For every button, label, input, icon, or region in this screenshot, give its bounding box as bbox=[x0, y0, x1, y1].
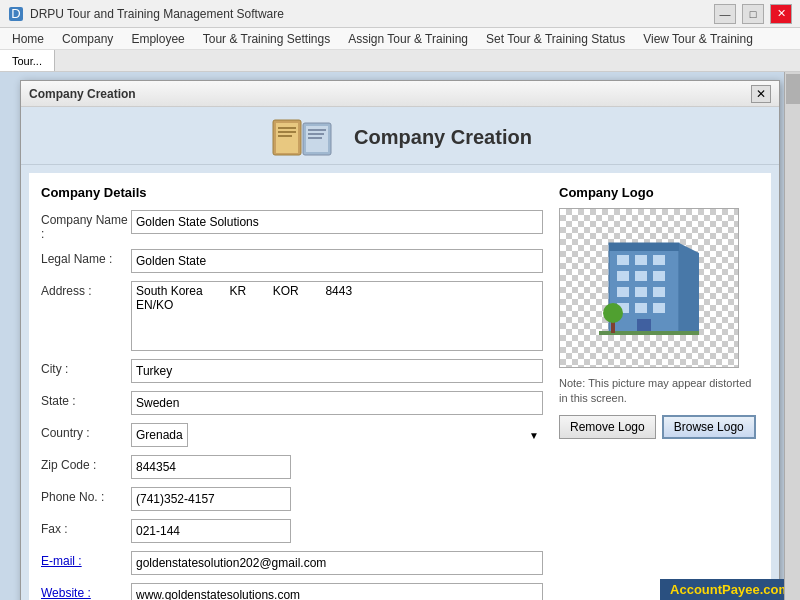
main-scrollbar[interactable] bbox=[784, 72, 800, 600]
svg-rect-19 bbox=[653, 271, 665, 281]
address-label: Address : bbox=[41, 281, 131, 298]
dialog-titlebar: Company Creation ✕ bbox=[21, 81, 779, 107]
company-name-label: Company Name : bbox=[41, 210, 131, 241]
phone-row: Phone No. : bbox=[41, 487, 543, 511]
company-creation-dialog: Company Creation ✕ bbox=[20, 80, 780, 600]
address-input[interactable]: South Korea KR KOR 8443 EN/KO bbox=[131, 281, 543, 351]
form-left: Company Details Company Name : Legal Nam… bbox=[41, 185, 543, 600]
fax-row: Fax : bbox=[41, 519, 543, 543]
country-wrapper: Grenada ▼ bbox=[131, 423, 543, 447]
phone-input[interactable] bbox=[131, 487, 291, 511]
city-input[interactable] bbox=[131, 359, 543, 383]
logo-title: Company Logo bbox=[559, 185, 759, 200]
svg-rect-18 bbox=[635, 271, 647, 281]
address-row: Address : South Korea KR KOR 8443 EN/KO bbox=[41, 281, 543, 351]
website-label[interactable]: Website : bbox=[41, 583, 131, 600]
menu-employee[interactable]: Employee bbox=[123, 30, 192, 48]
menu-view-tour[interactable]: View Tour & Training bbox=[635, 30, 761, 48]
website-row: Website : bbox=[41, 583, 543, 600]
app-icon: D bbox=[8, 6, 24, 22]
menu-home[interactable]: Home bbox=[4, 30, 52, 48]
legal-name-row: Legal Name : bbox=[41, 249, 543, 273]
logo-buttons: Remove Logo Browse Logo bbox=[559, 415, 759, 439]
svg-rect-15 bbox=[635, 255, 647, 265]
svg-rect-14 bbox=[617, 255, 629, 265]
svg-text:D: D bbox=[11, 6, 20, 21]
city-label: City : bbox=[41, 359, 131, 376]
zipcode-input[interactable] bbox=[131, 455, 291, 479]
svg-rect-13 bbox=[609, 243, 679, 251]
state-row: State : bbox=[41, 391, 543, 415]
svg-marker-27 bbox=[679, 243, 699, 333]
banner-title: Company Creation bbox=[354, 126, 532, 149]
dialog-title: Company Creation bbox=[29, 87, 751, 101]
minimize-button[interactable]: — bbox=[714, 4, 736, 24]
svg-rect-22 bbox=[653, 287, 665, 297]
svg-rect-21 bbox=[635, 287, 647, 297]
state-label: State : bbox=[41, 391, 131, 408]
city-row: City : bbox=[41, 359, 543, 383]
svg-rect-20 bbox=[617, 287, 629, 297]
email-input[interactable] bbox=[131, 551, 543, 575]
email-label[interactable]: E-mail : bbox=[41, 551, 131, 568]
company-name-row: Company Name : bbox=[41, 210, 543, 241]
logo-box bbox=[559, 208, 739, 368]
dialog-close-button[interactable]: ✕ bbox=[751, 85, 771, 103]
main-area: Company Creation ✕ bbox=[0, 72, 800, 600]
svg-rect-5 bbox=[278, 131, 296, 133]
email-row: E-mail : bbox=[41, 551, 543, 575]
svg-rect-9 bbox=[308, 129, 326, 131]
legal-name-label: Legal Name : bbox=[41, 249, 131, 266]
zipcode-row: Zip Code : bbox=[41, 455, 543, 479]
browse-logo-button[interactable]: Browse Logo bbox=[662, 415, 756, 439]
watermark-text1: Account bbox=[670, 582, 722, 597]
svg-rect-11 bbox=[308, 137, 322, 139]
logo-note: Note: This picture may appear distorted … bbox=[559, 376, 759, 407]
svg-point-30 bbox=[603, 303, 623, 323]
scrollbar-thumb[interactable] bbox=[786, 74, 800, 104]
banner: Company Creation bbox=[21, 107, 779, 165]
menu-bar: Home Company Employee Tour & Training Se… bbox=[0, 28, 800, 50]
phone-label: Phone No. : bbox=[41, 487, 131, 504]
svg-rect-10 bbox=[308, 133, 324, 135]
menu-company[interactable]: Company bbox=[54, 30, 121, 48]
form-content: Company Details Company Name : Legal Nam… bbox=[29, 173, 771, 600]
svg-rect-24 bbox=[635, 303, 647, 313]
country-row: Country : Grenada ▼ bbox=[41, 423, 543, 447]
company-logo-image bbox=[589, 223, 709, 353]
svg-rect-4 bbox=[278, 127, 296, 129]
select-arrow-icon: ▼ bbox=[529, 430, 539, 441]
country-label: Country : bbox=[41, 423, 131, 440]
remove-logo-button[interactable]: Remove Logo bbox=[559, 415, 656, 439]
menu-set-status[interactable]: Set Tour & Training Status bbox=[478, 30, 633, 48]
svg-rect-17 bbox=[617, 271, 629, 281]
menu-assign-tour[interactable]: Assign Tour & Training bbox=[340, 30, 476, 48]
website-input[interactable] bbox=[131, 583, 543, 600]
close-button[interactable]: ✕ bbox=[770, 4, 792, 24]
state-input[interactable] bbox=[131, 391, 543, 415]
banner-decoration bbox=[268, 115, 338, 160]
svg-rect-25 bbox=[653, 303, 665, 313]
svg-rect-26 bbox=[637, 319, 651, 333]
zipcode-label: Zip Code : bbox=[41, 455, 131, 472]
country-select[interactable]: Grenada bbox=[131, 423, 188, 447]
form-right: Company Logo bbox=[559, 185, 759, 600]
tab-bar: Tour... bbox=[0, 50, 800, 72]
watermark: AccountPayee.com bbox=[660, 579, 800, 600]
section-title: Company Details bbox=[41, 185, 543, 200]
menu-tour-training-settings[interactable]: Tour & Training Settings bbox=[195, 30, 338, 48]
tab-tour[interactable]: Tour... bbox=[0, 50, 55, 71]
legal-name-input[interactable] bbox=[131, 249, 543, 273]
dialog-body: Company Creation Company Details Company… bbox=[21, 107, 779, 600]
company-name-input[interactable] bbox=[131, 210, 543, 234]
watermark-text2: Payee bbox=[722, 582, 760, 597]
fax-label: Fax : bbox=[41, 519, 131, 536]
maximize-button[interactable]: □ bbox=[742, 4, 764, 24]
window-title: DRPU Tour and Training Management Softwa… bbox=[30, 7, 708, 21]
title-bar: D DRPU Tour and Training Management Soft… bbox=[0, 0, 800, 28]
fax-input[interactable] bbox=[131, 519, 291, 543]
svg-rect-16 bbox=[653, 255, 665, 265]
svg-rect-6 bbox=[278, 135, 292, 137]
